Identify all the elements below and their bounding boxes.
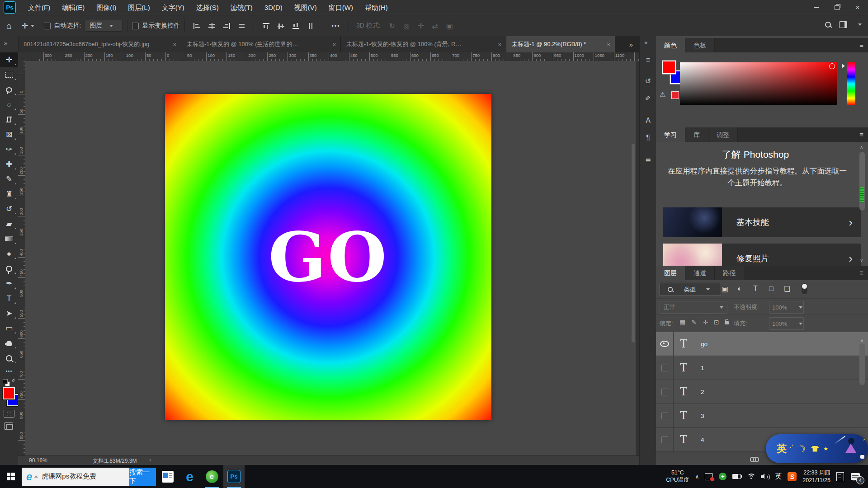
layers-panel-tab[interactable]: 通道 bbox=[685, 266, 715, 280]
filter-pixel-layers-icon[interactable]: ▣ bbox=[722, 285, 728, 293]
current-tool-dropdown[interactable]: ✛ bbox=[22, 21, 34, 31]
dock-expand-icon[interactable]: « bbox=[644, 39, 647, 46]
spot-healing-brush-tool[interactable]: ✚ bbox=[0, 157, 18, 172]
wifi-icon[interactable] bbox=[747, 474, 755, 479]
rectangle-tool[interactable]: ▭ bbox=[0, 321, 18, 336]
saturation-brightness-field[interactable] bbox=[680, 62, 837, 105]
frame-tool[interactable]: ⊠ bbox=[0, 127, 18, 142]
layer-filter-dropdown[interactable]: 类型 bbox=[660, 283, 721, 296]
menu-item[interactable]: 图像(I) bbox=[90, 0, 122, 15]
visibility-cell[interactable] bbox=[656, 428, 674, 451]
status-expand-icon[interactable]: › bbox=[149, 457, 151, 463]
opacity-dropdown[interactable] bbox=[795, 301, 804, 314]
close-button[interactable]: × bbox=[847, 0, 868, 15]
info-panel-icon[interactable]: ≡ bbox=[640, 56, 656, 64]
lock-pixels-icon[interactable]: ✎ bbox=[691, 319, 697, 326]
menu-item[interactable]: 图层(L) bbox=[122, 0, 156, 15]
ime-skin-icon[interactable] bbox=[811, 446, 819, 452]
panel-menu-icon[interactable]: ≡ bbox=[859, 269, 863, 277]
tab-close-icon[interactable]: × bbox=[498, 41, 501, 48]
menu-item[interactable]: 编辑(E) bbox=[56, 0, 90, 15]
learn-panel-tab[interactable]: 调整 bbox=[708, 127, 738, 142]
toolbar-collapse-icon[interactable]: » bbox=[4, 40, 6, 47]
move-tool[interactable]: ✛ bbox=[0, 52, 18, 67]
layers-scrollbar-thumb[interactable] bbox=[859, 343, 865, 385]
menu-item[interactable]: 选择(S) bbox=[190, 0, 225, 15]
gradient-tool[interactable] bbox=[0, 231, 18, 246]
blend-mode-dropdown[interactable]: 正常 bbox=[660, 301, 727, 314]
ime-punctuation-icon[interactable]: ·’ bbox=[789, 443, 793, 450]
menu-item[interactable]: 文字(Y) bbox=[156, 0, 190, 15]
foreground-color-swatch[interactable] bbox=[662, 61, 676, 74]
ruler-corner[interactable] bbox=[18, 52, 26, 61]
panel-menu-icon[interactable]: ≡ bbox=[859, 41, 863, 49]
toolbar-more-icon[interactable]: ••• bbox=[0, 368, 18, 374]
taskbar-app-photoshop[interactable]: Ps bbox=[223, 465, 245, 488]
visibility-cell[interactable] bbox=[656, 380, 674, 404]
lock-transparency-icon[interactable]: ▦ bbox=[679, 319, 685, 326]
gamut-warning-swatch[interactable] bbox=[671, 91, 679, 99]
dodge-tool[interactable] bbox=[0, 261, 18, 276]
show-transform-option[interactable]: 显示变换控件 bbox=[132, 22, 180, 30]
start-button[interactable] bbox=[0, 465, 22, 488]
menu-item[interactable]: 文件(F) bbox=[22, 0, 56, 15]
notification-center-icon[interactable]: 4 bbox=[850, 469, 865, 484]
volume-icon[interactable] bbox=[761, 474, 769, 479]
scroll-down-icon[interactable]: ∨ bbox=[860, 258, 863, 263]
home-icon[interactable]: ⌂ bbox=[6, 21, 12, 31]
lock-all-icon[interactable] bbox=[725, 321, 729, 324]
blur-tool[interactable]: ● bbox=[0, 246, 18, 261]
align-top-icon[interactable] bbox=[263, 23, 269, 29]
align-left-icon[interactable] bbox=[193, 23, 200, 29]
character-panel-icon[interactable]: A bbox=[640, 117, 656, 125]
quick-selection-tool[interactable]: ◌ bbox=[0, 97, 18, 112]
filter-type-layers-icon[interactable]: T bbox=[753, 285, 758, 293]
link-layers-icon[interactable] bbox=[750, 457, 758, 461]
lock-position-icon[interactable]: ✛ bbox=[703, 319, 708, 326]
document-scrollbar[interactable] bbox=[632, 144, 635, 343]
show-transform-checkbox[interactable] bbox=[132, 23, 139, 29]
eraser-tool[interactable]: ▰ bbox=[0, 216, 18, 231]
hand-tool[interactable] bbox=[0, 336, 18, 351]
layers-panel-tab[interactable]: 图层 bbox=[656, 266, 685, 280]
color-panel-tab[interactable]: 色板 bbox=[685, 38, 715, 52]
visibility-cell[interactable] bbox=[656, 356, 674, 380]
color-field-cursor[interactable] bbox=[829, 63, 835, 69]
security-alert-icon[interactable] bbox=[705, 473, 713, 480]
ime-language-indicator[interactable]: 英 bbox=[775, 472, 782, 481]
tab-overflow-icon[interactable]: » bbox=[629, 41, 632, 48]
foreground-color-swatch[interactable] bbox=[3, 387, 15, 399]
distribute-horizontal-icon[interactable] bbox=[238, 23, 245, 29]
tab-close-icon[interactable]: × bbox=[332, 41, 336, 48]
align-horizontal-center-icon[interactable] bbox=[208, 23, 215, 29]
chevron-down-icon[interactable] bbox=[858, 23, 862, 26]
quick-mask-button[interactable] bbox=[4, 410, 14, 418]
taskbar-app-document-viewer[interactable] bbox=[157, 465, 178, 488]
panel-menu-icon[interactable]: ≡ bbox=[859, 131, 863, 138]
more-options-icon[interactable]: ••• bbox=[331, 23, 340, 29]
auto-select-option[interactable]: 自动选择: 图层 bbox=[44, 20, 123, 32]
fill-dropdown[interactable] bbox=[795, 317, 804, 330]
default-colors-widget[interactable]: ⇄ bbox=[2, 379, 16, 387]
eyedropper-tool[interactable]: ✑ bbox=[0, 142, 18, 157]
document-tab[interactable]: 未标题-1-恢复的 @ 100% (生活的世界的…× bbox=[181, 36, 341, 52]
glyphs-panel-icon[interactable]: ≣ bbox=[640, 155, 656, 164]
screen-mode-button[interactable] bbox=[4, 422, 13, 430]
learn-card[interactable]: 基本技能› bbox=[663, 207, 861, 237]
search-submit-button[interactable]: 搜索一下 bbox=[129, 468, 156, 486]
menu-item[interactable]: 窗口(W) bbox=[323, 0, 359, 15]
hidden-icons-chevron[interactable]: ∧ bbox=[695, 474, 699, 480]
workspace-icon[interactable] bbox=[839, 21, 847, 28]
layer-row[interactable]: T3 bbox=[656, 404, 868, 428]
layer-row[interactable]: Tgo bbox=[656, 332, 868, 356]
brush-tool[interactable]: ✎ bbox=[0, 172, 18, 187]
history-panel-icon[interactable]: ↺ bbox=[640, 77, 656, 85]
visibility-cell[interactable] bbox=[656, 332, 674, 356]
align-right-icon[interactable] bbox=[223, 23, 230, 29]
document-tab[interactable]: 未标题-1 @ 90.2%(RGB/8) *× bbox=[506, 36, 615, 52]
taskbar-search-box[interactable]: e 虎课网ps教程免费 bbox=[22, 468, 129, 486]
type-tool[interactable]: T bbox=[0, 291, 18, 306]
learn-card[interactable]: 修复照片› bbox=[663, 244, 861, 266]
tab-close-icon[interactable]: × bbox=[173, 41, 176, 48]
clone-stamp-tool[interactable]: ♜ bbox=[0, 187, 18, 202]
